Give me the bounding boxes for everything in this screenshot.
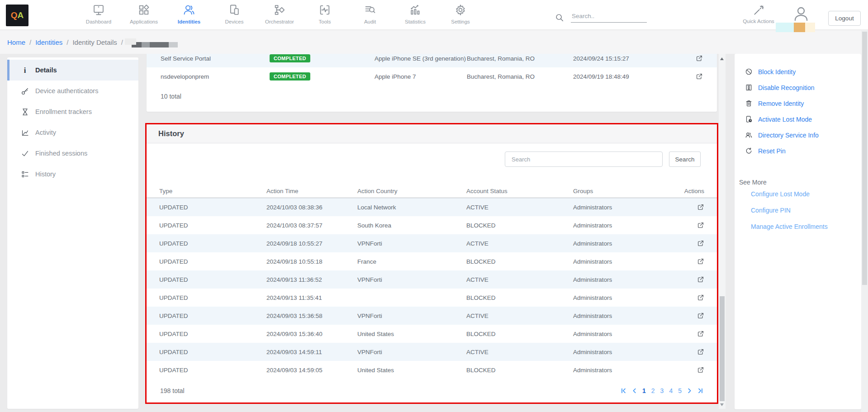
configure-lost-mode-link[interactable]: Configure Lost Mode (735, 186, 861, 202)
history-search-button[interactable]: Search (669, 152, 701, 167)
history-row[interactable]: UPDATED 2024/10/03 08:38:36 Local Networ… (147, 198, 717, 216)
sidebar-item-details[interactable]: i Details (7, 60, 138, 81)
history-row[interactable]: UPDATED 2024/09/13 11:35:41 BLOCKED Admi… (147, 289, 717, 307)
history-action-country: Local Network (357, 204, 466, 211)
history-action-time: 2024/09/03 14:59:05 (266, 367, 357, 374)
session-device: Apple iPhone 7 (375, 73, 467, 80)
page-scrollbar-thumb[interactable] (862, 32, 867, 285)
session-row[interactable]: nsdeveloponprem COMPLETED Apple iPhone 7… (147, 67, 717, 85)
history-row[interactable]: UPDATED 2024/09/03 15:36:58 VPNForti ACT… (147, 307, 717, 325)
configure-pin-link[interactable]: Configure PIN (735, 202, 861, 218)
disable-recognition-action[interactable]: Disable Recognition (735, 80, 861, 95)
open-session-icon[interactable] (696, 73, 703, 80)
scroll-down-icon[interactable] (720, 403, 724, 406)
history-action-time: 2024/09/03 14:59:11 (266, 349, 357, 355)
nav-item-audit[interactable]: Audit (347, 4, 393, 24)
page-number[interactable]: 2 (651, 387, 655, 394)
sidebar-item-history[interactable]: History (7, 164, 138, 185)
nav-item-tools[interactable]: Tools (302, 4, 347, 24)
quick-actions[interactable]: Quick Actions (731, 5, 786, 24)
info-icon: i (20, 66, 29, 74)
open-history-entry-icon[interactable] (697, 204, 704, 211)
history-action-time: 2024/10/03 08:38:36 (266, 204, 357, 211)
history-search-input[interactable] (505, 152, 663, 167)
page-number[interactable]: 4 (669, 387, 673, 394)
breadcrumb-separator: / (121, 38, 123, 46)
history-type: UPDATED (159, 204, 266, 211)
history-row[interactable]: UPDATED 2024/10/03 08:37:57 South Korea … (147, 216, 717, 234)
sidebar-item-enrollment-trackers[interactable]: Enrollment trackers (7, 101, 138, 122)
open-history-entry-icon[interactable] (697, 294, 704, 301)
redacted-identity-name (132, 42, 178, 47)
sidebar-item-device-authenticators[interactable]: Device authenticators (7, 81, 138, 101)
open-history-entry-icon[interactable] (697, 348, 704, 355)
history-row[interactable]: UPDATED 2024/09/18 10:55:27 VPNForti ACT… (147, 234, 717, 252)
logout-button[interactable]: Logout (828, 11, 861, 26)
open-history-entry-icon[interactable] (697, 240, 704, 247)
nav-item-settings[interactable]: Settings (438, 4, 483, 24)
breadcrumb-identities-link[interactable]: Identities (35, 38, 62, 46)
global-search (555, 12, 647, 23)
open-session-icon[interactable] (696, 55, 703, 62)
nav-item-statistics[interactable]: Statistics (393, 4, 438, 24)
history-row[interactable]: UPDATED 2024/09/03 15:36:40 United State… (147, 325, 717, 343)
hourglass-icon (20, 108, 29, 116)
sidebar-item-label: Activity (35, 129, 56, 136)
reset-pin-action[interactable]: Reset Pin (735, 143, 861, 159)
sidebar-item-activity[interactable]: Activity (7, 122, 138, 143)
history-groups: Administrators (573, 349, 686, 355)
history-row[interactable]: UPDATED 2024/09/03 14:59:05 United State… (147, 361, 717, 379)
app-logo[interactable]: QA (6, 5, 28, 26)
directory-service-info-action[interactable]: Directory Service Info (735, 127, 861, 143)
open-history-entry-icon[interactable] (697, 276, 704, 283)
history-row[interactable]: UPDATED 2024/09/13 11:36:52 VPNForti ACT… (147, 270, 717, 289)
history-action-country: United States (357, 367, 466, 374)
last-page-icon[interactable] (697, 388, 703, 394)
nav-label: Settings (451, 19, 470, 24)
sidebar-item-label: Details (35, 66, 57, 74)
user-avatar[interactable] (792, 5, 821, 24)
remove-identity-action[interactable]: Remove Identity (735, 95, 861, 111)
history-groups: Administrators (573, 367, 686, 374)
history-row[interactable]: UPDATED 2024/09/18 10:55:18 France BLOCK… (147, 252, 717, 270)
page-number[interactable]: 5 (678, 387, 682, 394)
orchestrator-icon (273, 4, 286, 16)
open-history-entry-icon[interactable] (697, 330, 704, 337)
nav-item-identities[interactable]: Identities (166, 4, 212, 24)
nav-item-dashboard[interactable]: Dashboard (76, 4, 121, 24)
block-icon (745, 68, 753, 76)
open-history-entry-icon[interactable] (697, 222, 704, 229)
first-page-icon[interactable] (621, 388, 626, 394)
history-row[interactable]: UPDATED 2024/09/03 14:59:11 VPNForti ACT… (147, 343, 717, 361)
sessions-table: Self Service Portal COMPLETED Apple iPho… (147, 54, 717, 85)
session-row[interactable]: Self Service Portal COMPLETED Apple iPho… (147, 54, 717, 67)
nav-item-devices[interactable]: Devices (212, 4, 257, 24)
sidebar-item-finished-sessions[interactable]: Finished sessions (7, 143, 138, 164)
finished-sessions-card: Self Service Portal COMPLETED Apple iPho… (147, 54, 717, 112)
page-number[interactable]: 1 (642, 387, 646, 394)
history-action-time: 2024/09/03 15:36:58 (266, 313, 357, 319)
block-identity-action[interactable]: Block Identity (735, 64, 861, 80)
next-page-icon[interactable] (687, 388, 692, 394)
nav-item-applications[interactable]: Applications (121, 4, 166, 24)
breadcrumb-home-link[interactable]: Home (7, 38, 25, 46)
nav-item-orchestrator[interactable]: Orchestrator (257, 4, 302, 24)
magic-wand-icon (753, 5, 764, 16)
page-number[interactable]: 3 (660, 387, 664, 394)
open-history-entry-icon[interactable] (697, 258, 704, 265)
activate-lost-mode-action[interactable]: Activate Lost Mode (735, 111, 861, 127)
content-scrollbar[interactable] (719, 54, 726, 409)
applications-icon (138, 4, 150, 16)
nav-label: Applications (130, 19, 158, 24)
key-icon (20, 87, 29, 95)
global-search-input[interactable] (571, 12, 647, 23)
open-history-entry-icon[interactable] (697, 366, 704, 374)
manage-active-enrollments-link[interactable]: Manage Active Enrollments (735, 218, 861, 235)
scroll-up-icon[interactable] (720, 57, 724, 60)
scrollbar-thumb[interactable] (720, 296, 725, 401)
open-history-entry-icon[interactable] (697, 312, 704, 319)
page-scrollbar[interactable] (861, 0, 868, 412)
history-action-time: 2024/09/18 10:55:18 (266, 258, 357, 265)
previous-page-icon[interactable] (632, 388, 637, 394)
identities-icon (183, 4, 195, 16)
